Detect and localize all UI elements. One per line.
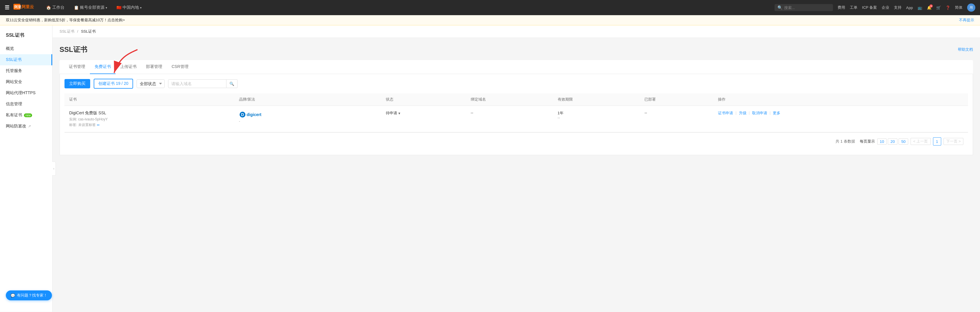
sidebar-label-info-manage: 信息管理 [6,101,22,107]
sidebar-collapse-handle[interactable]: ‹ [52,162,56,176]
tab-cert-management[interactable]: 证书管理 [64,60,90,74]
cert-table-header: 证书 品牌/算法 状态 绑定域名 有效期限 已部署 操作 [65,93,968,106]
help-docs-link[interactable]: 帮助文档 [958,47,973,52]
region-nav-item[interactable]: 🇨🇳 中国内地 ▾ [114,4,144,11]
cancel-apply-link[interactable]: 取消申请 [752,111,767,116]
sidebar-label-ssl: SSL证书 [6,57,22,62]
main-layout: SSL证书 概览 SSL证书 托管服务 网站安全 网站代理HTTPS 信息管理 … [0,25,980,312]
pagination-total: 共 1 条数据 [835,139,855,144]
tab-deploy-management[interactable]: 部署管理 [141,60,167,74]
media-icon[interactable]: 📺 [918,6,922,10]
sidebar-item-ssl[interactable]: SSL证书 [0,54,52,65]
next-page-button[interactable]: 下一页 > [943,138,964,145]
sidebar-label-tamper-proof: 网站防篡改 [6,124,26,129]
region-chevron-icon: ▾ [140,6,142,10]
cert-apply-link[interactable]: 证书申请 [718,111,733,116]
fees-nav-item[interactable]: 费用 [838,5,845,10]
app-nav-item[interactable]: App [906,6,913,10]
status-filter-select[interactable]: 全部状态 待申请 申请中 已签发 已过期 [137,79,165,88]
upgrade-link[interactable]: 升级 [739,111,746,116]
tab-panel-free-cert: 立即购买 创建证书 19 / 20 [59,74,973,155]
cert-info-cell: DigiCert 免费版 SSL 实例: cas-ivauto-5pHoyY 标… [65,106,234,132]
page-size-10[interactable]: 10 [877,138,887,145]
sidebar-label-overview: 概览 [6,46,14,51]
tabs-container: 证书管理 免费证书 上传证书 部署管理 CSR管理 [59,60,973,74]
current-page-number[interactable]: 1 [933,137,941,146]
sidebar-label-hosted: 托管服务 [6,68,22,73]
hamburger-icon[interactable]: ☰ [5,5,10,11]
cert-validity-cell: 1年 -- [553,106,640,132]
digicert-logo: D digicert [239,111,377,119]
cert-brand-cell: D digicert - [234,106,381,132]
ask-expert-button[interactable]: 💬 有问题？找专家！ [6,290,52,300]
create-cert-button[interactable]: 创建证书 19 / 20 [94,79,133,89]
cert-name: DigiCert 免费版 SSL [69,111,230,116]
sidebar-item-proxy-https[interactable]: 网站代理HTTPS [0,87,52,98]
col-brand: 品牌/算法 [234,93,381,106]
breadcrumb: SSL证书 / SSL证书 [52,25,980,38]
avatar[interactable]: 用 [967,3,975,12]
ticket-nav-item[interactable]: 工单 [850,5,858,10]
notification-icon[interactable]: 🔔● [927,6,932,10]
page-header: SSL证书 帮助文档 [59,45,973,54]
col-actions: 操作 [713,93,968,106]
cert-table-body: DigiCert 免费版 SSL 实例: cas-ivauto-5pHoyY 标… [65,106,968,132]
enterprise-nav-item[interactable]: 企业 [881,5,889,10]
pagination-bar: 共 1 条数据 每页显示 10 20 50 < 上一页 1 下一页 > [65,132,968,150]
language-switcher[interactable]: 简体 [955,5,963,10]
account-icon: 📋 [74,5,79,10]
svg-text:D: D [241,112,244,117]
sidebar-item-overview[interactable]: 概览 [0,43,52,54]
promo-text: 双11云安全促销特惠，新购低至5折，等保套餐最高减10万！点击抢购> [6,17,125,23]
cert-domain-cell: -- [466,106,553,132]
domain-search-input[interactable] [168,79,226,88]
cert-table: 证书 品牌/算法 状态 绑定域名 有效期限 已部署 操作 DigiCert [65,93,968,132]
domain-search-group: 🔍 [168,79,237,88]
buy-now-button[interactable]: 立即购买 [65,79,90,88]
page-size-options: 10 20 50 [877,138,908,145]
col-deployed: 已部署 [640,93,713,106]
sidebar-item-hosted[interactable]: 托管服务 [0,65,52,76]
breadcrumb-ssl-cert-link[interactable]: SSL证书 [59,29,75,33]
per-page-label: 每页显示 [860,139,875,144]
search-icon: 🔍 [778,5,783,10]
workbench-nav-item[interactable]: 🏠 工作台 [44,4,67,11]
tab-free-cert[interactable]: 免费证书 [90,60,116,74]
breadcrumb-separator: / [77,29,78,33]
icp-nav-item[interactable]: ICP 备案 [862,5,877,10]
tabs: 证书管理 免费证书 上传证书 部署管理 CSR管理 [59,60,973,74]
tab-upload-cert[interactable]: 上传证书 [116,60,141,74]
sidebar-item-info-manage[interactable]: 信息管理 [0,98,52,110]
sidebar-item-website-security[interactable]: 网站安全 [0,76,52,87]
top-navigation: ☰ 阿里 阿里云 🏠 工作台 📋 账号全部资源 ▾ 🇨🇳 中国内地 ▾ 🔍 费用… [0,0,980,15]
status-dropdown-icon[interactable]: ▾ [398,111,400,116]
global-search: 🔍 [775,4,833,11]
col-validity: 有效期限 [553,93,640,106]
sidebar-title: SSL证书 [0,30,52,43]
more-actions-link[interactable]: 更多 [773,111,780,116]
svg-text:digicert: digicert [247,112,261,117]
support-nav-item[interactable]: 支持 [894,5,902,10]
edit-tag-icon[interactable]: ✏ [97,123,100,127]
tab-csr-management[interactable]: CSR管理 [167,60,193,74]
sidebar-label-website-security: 网站安全 [6,79,22,85]
toolbar: 立即购买 创建证书 19 / 20 [65,79,968,89]
sidebar-item-private-cert[interactable]: 私有证书 new [0,110,52,121]
cert-tag: 标签: 未设置标签 ✏ [69,122,230,127]
sidebar-item-tamper-proof[interactable]: 网站防篡改 ↗ [0,121,52,132]
action-sep-1: | [735,111,736,116]
flag-icon: 🇨🇳 [116,5,121,10]
cart-icon[interactable]: 🛒 [936,6,941,10]
prev-page-button[interactable]: < 上一页 [910,138,931,145]
domain-search-button[interactable]: 🔍 [226,79,237,88]
account-chevron-icon: ▾ [106,6,107,10]
account-nav-item[interactable]: 📋 账号全部资源 ▾ [72,4,110,11]
page-size-20[interactable]: 20 [888,138,897,145]
logo-icon: 阿里 阿里云 [13,3,37,13]
promo-dismiss-button[interactable]: 不再提示 [959,17,974,23]
home-icon: 🏠 [46,5,51,10]
search-input[interactable] [784,6,822,10]
cert-actions-cell: 证书申请 | 升级 | 取消申请 | 更多 [713,106,968,132]
help-icon[interactable]: ❓ [945,6,950,10]
page-size-50[interactable]: 50 [899,138,908,145]
